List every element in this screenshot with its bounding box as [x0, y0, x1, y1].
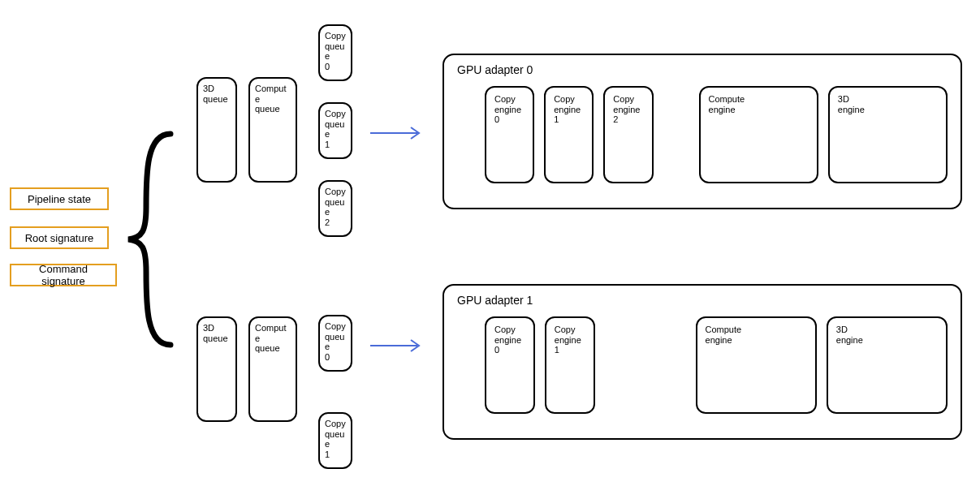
engine-copy0-a1: Copy engine 0	[485, 316, 535, 414]
label-queue-copy0-0: Copy queue 0	[325, 31, 346, 71]
queue-compute-0: Compute queue	[248, 77, 297, 183]
queue-copy0-1: Copy queue 0	[318, 315, 352, 372]
label-engine-compute-a0: Compute engine	[709, 94, 745, 114]
label-engine-copy0-a0: Copy engine 0	[494, 94, 521, 124]
label-engine-copy2-a0: Copy engine 2	[613, 94, 640, 124]
label-queue-copy1-1: Copy queue 1	[325, 419, 346, 459]
label-command-signature: Command signature	[19, 263, 107, 287]
label-engine-copy1-a1: Copy engine 1	[555, 325, 581, 355]
label-queue-compute-1: Compute queue	[255, 323, 287, 353]
brace-icon	[122, 126, 187, 353]
label-engine-3d-a0: 3D engine	[838, 94, 865, 114]
label-pipeline-state: Pipeline state	[28, 193, 91, 205]
arrow-icon-1	[369, 338, 434, 354]
engine-compute-a0: Compute engine	[699, 86, 818, 183]
queue-copy1-1: Copy queue 1	[318, 412, 352, 469]
engine-3d-a0: 3D engine	[828, 86, 948, 183]
queue-copy0-0: Copy queue 0	[318, 24, 352, 81]
queue-copy1-0: Copy queue 1	[318, 102, 352, 159]
engine-copy2-a0: Copy engine 2	[603, 86, 653, 183]
box-root-signature: Root signature	[10, 226, 109, 249]
queue-copy2-0: Copy queue 2	[318, 180, 352, 237]
box-command-signature: Command signature	[10, 264, 117, 286]
label-engine-3d-a1: 3D engine	[836, 325, 863, 345]
label-engine-copy0-a1: Copy engine 0	[494, 325, 521, 355]
box-pipeline-state: Pipeline state	[10, 187, 109, 210]
adapter-1-engines: Copy engine 0 Copy engine 1 Compute engi…	[457, 316, 948, 414]
engine-3d-a1: 3D engine	[827, 316, 948, 414]
adapter-1-title: GPU adapter 1	[457, 294, 948, 307]
adapter-0-engines: Copy engine 0 Copy engine 1 Copy engine …	[457, 86, 948, 183]
label-root-signature: Root signature	[25, 232, 94, 244]
label-engine-compute-a1: Compute engine	[706, 325, 742, 345]
label-queue-copy1-0: Copy queue 1	[325, 109, 346, 149]
arrow-icon-0	[369, 125, 434, 141]
label-queue-copy2-0: Copy queue 2	[325, 187, 346, 227]
queue-3d-0: 3D queue	[196, 77, 237, 183]
queue-compute-1: Compute queue	[248, 316, 297, 422]
label-engine-copy1-a0: Copy engine 1	[554, 94, 581, 124]
engine-copy1-a0: Copy engine 1	[544, 86, 594, 183]
adapter-1: GPU adapter 1 Copy engine 0 Copy engine …	[443, 284, 962, 440]
adapter-0: GPU adapter 0 Copy engine 0 Copy engine …	[443, 54, 962, 209]
label-queue-compute-0: Compute queue	[255, 84, 287, 114]
engine-compute-a1: Compute engine	[696, 316, 817, 414]
label-queue-copy0-1: Copy queue 0	[325, 321, 346, 362]
engine-copy1-a1: Copy engine 1	[545, 316, 595, 414]
adapter-0-title: GPU adapter 0	[457, 63, 948, 76]
label-queue-3d-1: 3D queue	[203, 323, 228, 343]
engine-copy0-a0: Copy engine 0	[485, 86, 534, 183]
label-queue-3d-0: 3D queue	[203, 84, 228, 104]
queue-3d-1: 3D queue	[196, 316, 237, 422]
